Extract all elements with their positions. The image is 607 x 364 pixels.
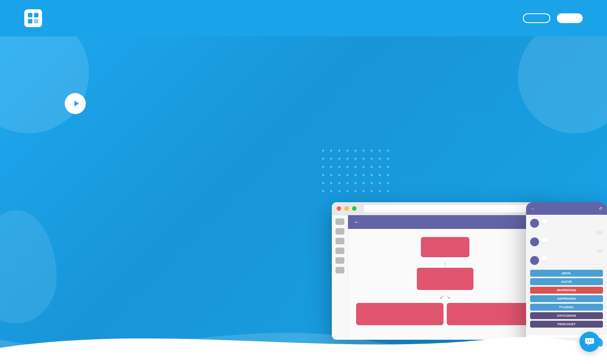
option-tylenol[interactable]: TYLENOL [530,304,603,311]
login-button[interactable] [523,13,550,23]
wave-divider [0,315,607,364]
url-bar [364,205,537,212]
flow-node-2 [417,268,473,290]
sidebar-icon-6 [335,267,344,273]
bot-avatar-2 [530,237,539,246]
option-aleve[interactable]: ALEVE [530,278,603,285]
user-reply-2 [530,250,603,253]
hero-section: const dp = document.querySelector('.dot-… [0,36,607,364]
chat-support-bubble[interactable] [579,332,600,352]
maximize-dot [352,206,357,211]
user-bubble-2 [596,250,603,253]
user-reply-1 [530,231,603,234]
sidebar-icon-2 [335,228,344,235]
sidebar-icon-1 [335,218,344,225]
svg-point-8 [589,341,590,342]
mobile-refresh: ↺ [599,206,602,211]
dot-pattern: const dp = document.querySelector('.dot-… [322,150,393,196]
deco-blob-left [0,210,57,324]
play-icon [65,93,86,114]
back-arrow: ← [354,218,360,226]
svg-rect-1 [34,13,38,17]
mobile-header: ← ↺ [526,202,607,215]
chat-message-1 [530,219,603,228]
chat-message-3 [530,256,603,265]
connector-1: ↕ [356,261,534,267]
svg-point-9 [591,341,592,342]
deco-circle-topright [518,36,607,133]
flowchart-header: ← [348,215,542,229]
bot-avatar [530,219,539,228]
nav-buttons [523,13,583,23]
sidebar-icon-4 [335,248,344,254]
chat-bubble-2 [541,237,548,242]
svg-rect-2 [28,19,32,23]
chat-message-2 [530,237,603,246]
watch-video-button[interactable] [65,93,91,114]
navbar [0,0,607,36]
chat-bubble-1 [541,219,548,224]
svg-marker-4 [74,101,79,106]
flow-node-1 [421,237,469,257]
trial-button[interactable] [557,13,583,23]
svg-rect-0 [28,13,32,17]
sidebar-icon-3 [335,238,344,244]
close-dot [337,206,341,211]
option-ibuprofen[interactable]: IBUPROFEN [530,287,603,294]
logo[interactable] [24,9,46,27]
logo-icon [24,9,42,27]
option-advil[interactable]: ADVIL [530,270,603,277]
option-naproxen[interactable]: NAPROXEN [530,295,603,302]
user-bubble-1 [596,231,603,234]
sidebar-icon-5 [335,257,344,264]
chat-bubble-3 [541,256,548,261]
hero-content [65,73,91,114]
browser-titlebar [332,202,542,215]
bot-avatar-3 [530,256,539,265]
svg-rect-3 [34,19,38,23]
minimize-dot [344,206,349,211]
svg-point-7 [587,341,588,342]
connector-2: ↙ ↘ [356,294,534,300]
mobile-back: ← [531,206,535,211]
